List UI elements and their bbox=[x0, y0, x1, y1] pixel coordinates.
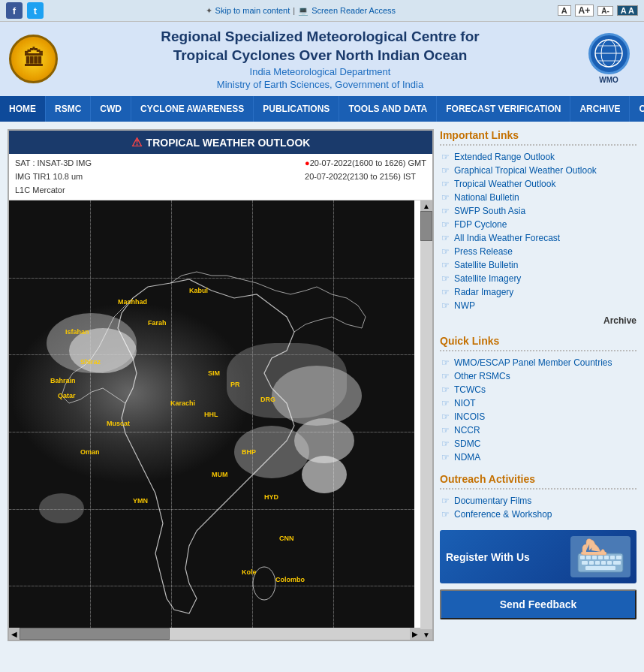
scroll-right-arrow[interactable]: ▶ bbox=[410, 628, 420, 640]
nav-item-publications[interactable]: PUBLICATIONS bbox=[254, 96, 339, 122]
nav-item-climatology[interactable]: CLIMATOLOGY bbox=[630, 96, 644, 122]
link-icon: ☞ bbox=[440, 509, 450, 520]
header-title-area: Regional Specialized Meteorological Cent… bbox=[65, 28, 575, 90]
important-link[interactable]: ☞Satellite Bulletin bbox=[440, 258, 636, 272]
city-label: HYD bbox=[264, 493, 278, 501]
horizontal-scrollbar[interactable]: ◀ ▶ bbox=[9, 628, 420, 640]
nav-item-forecast-verification[interactable]: FORECAST VERIFICATION bbox=[437, 96, 570, 122]
quick-link[interactable]: ☞INCOIS bbox=[440, 410, 636, 423]
font-contrast-button[interactable]: A A bbox=[617, 5, 638, 16]
outreach-link[interactable]: ☞Conference & Workshop bbox=[440, 508, 636, 521]
font-decrease-button[interactable]: A- bbox=[597, 6, 613, 16]
page-title: Regional Specialized Meteorological Cent… bbox=[65, 28, 575, 65]
link-icon: ☞ bbox=[440, 496, 450, 506]
city-label: Shiraz bbox=[80, 358, 101, 366]
quick-link[interactable]: ☞TCWCs bbox=[440, 383, 636, 396]
register-text: Register With Us bbox=[446, 551, 564, 563]
page-header: 🏛 Regional Specialized Meteorological Ce… bbox=[0, 22, 644, 96]
facebook-icon[interactable]: f bbox=[6, 2, 23, 19]
city-label: Colombo bbox=[275, 576, 305, 583]
social-links: f t bbox=[6, 2, 44, 19]
svg-rect-15 bbox=[589, 561, 594, 565]
scroll-thumb-v[interactable] bbox=[420, 211, 432, 241]
satellite-info-bar: SAT : INSAT-3D IMG IMG TIR1 10.8 um L1C … bbox=[9, 154, 432, 200]
nav-item-tools-and-data[interactable]: TOOLS AND DATA bbox=[339, 96, 437, 122]
quick-link[interactable]: ☞SDMC bbox=[440, 437, 636, 451]
quick-link[interactable]: ☞Other RSMCs bbox=[440, 369, 636, 383]
link-icon: ☞ bbox=[440, 219, 450, 230]
satellite-panel: ⚠ TROPICAL WEATHER OUTLOOK SAT : INSAT-3… bbox=[8, 129, 434, 641]
font-normal-button[interactable]: A bbox=[558, 5, 571, 16]
send-feedback-button[interactable]: Send Feedback bbox=[440, 589, 636, 619]
nav-item-archive[interactable]: ARCHIVE bbox=[570, 96, 630, 122]
font-increase-button[interactable]: A+ bbox=[575, 5, 594, 17]
scroll-thumb-h[interactable] bbox=[20, 628, 170, 640]
city-label: Qatar bbox=[58, 392, 76, 399]
important-link[interactable]: ☞FDP Cyclone bbox=[440, 218, 636, 231]
city-label: Bahrain bbox=[50, 377, 76, 384]
important-link[interactable]: ☞Radar Imagery bbox=[440, 285, 636, 299]
city-label: HHL bbox=[204, 411, 218, 418]
register-image bbox=[570, 536, 630, 577]
sat-date1: ●20-07-2022(1600 to 1626) GMT bbox=[305, 157, 426, 170]
satellite-image-container[interactable]: MashhadKabulIsfahanFarahShirazKarachiMus… bbox=[9, 200, 432, 640]
font-size-controls: A A+ A- A A bbox=[558, 5, 638, 17]
important-link[interactable]: ☞Tropical Weather Outlook bbox=[440, 177, 636, 191]
screen-reader-link[interactable]: Screen Reader Access bbox=[311, 6, 396, 15]
svg-rect-10 bbox=[598, 556, 603, 559]
city-label: MUM bbox=[212, 471, 228, 478]
sat-name: SAT : INSAT-3D IMG bbox=[15, 157, 92, 170]
warning-icon: ⚠ bbox=[131, 135, 142, 149]
important-link[interactable]: ☞NWP bbox=[440, 299, 636, 312]
scroll-up-arrow[interactable]: ▲ bbox=[420, 200, 432, 211]
quick-link[interactable]: ☞NIOT bbox=[440, 396, 636, 410]
wmo-logo: WMO bbox=[582, 33, 635, 86]
sat-date2: 20-07-2022(2130 to 2156) IST bbox=[305, 170, 426, 184]
link-icon: ☞ bbox=[440, 233, 450, 243]
nav-item-cwd[interactable]: CWD bbox=[91, 96, 131, 122]
main-nav: HOMERSMCCWDCYCLONE AWARENESSPUBLICATIONS… bbox=[0, 96, 644, 122]
important-link[interactable]: ☞National Bulletin bbox=[440, 191, 636, 204]
img-type: IMG TIR1 10.8 um bbox=[15, 170, 92, 184]
satellite-title: TROPICAL WEATHER OUTLOOK bbox=[146, 137, 311, 149]
important-link[interactable]: ☞Press Release bbox=[440, 245, 636, 258]
scroll-down-arrow[interactable]: ▼ bbox=[420, 629, 432, 640]
main-content: ⚠ TROPICAL WEATHER OUTLOOK SAT : INSAT-3… bbox=[0, 122, 644, 649]
important-link[interactable]: ☞Extended Range Outlook bbox=[440, 150, 636, 164]
nav-item-rsmc[interactable]: RSMC bbox=[46, 96, 91, 122]
important-link[interactable]: ☞Satellite Imagery bbox=[440, 272, 636, 285]
archive-link[interactable]: Archive bbox=[440, 315, 636, 326]
svg-rect-17 bbox=[601, 561, 606, 565]
svg-rect-18 bbox=[607, 561, 612, 565]
quick-link[interactable]: ☞WMO/ESCAP Panel Member Countries bbox=[440, 356, 636, 369]
quick-link[interactable]: ☞NDMA bbox=[440, 451, 636, 464]
important-link[interactable]: ☞Graphical Tropical Weather Outlook bbox=[440, 164, 636, 177]
link-icon: ☞ bbox=[440, 246, 450, 257]
register-box[interactable]: Register With Us bbox=[440, 530, 636, 583]
link-icon: ☞ bbox=[440, 273, 450, 284]
important-link[interactable]: ☞All India Weather Forecast bbox=[440, 231, 636, 245]
quick-link[interactable]: ☞NCCR bbox=[440, 423, 636, 437]
city-label: Isfahan bbox=[65, 328, 89, 336]
svg-rect-12 bbox=[610, 556, 615, 559]
twitter-icon[interactable]: t bbox=[27, 2, 44, 19]
svg-rect-20 bbox=[585, 566, 615, 570]
nav-item-cyclone-awareness[interactable]: CYCLONE AWARENESS bbox=[131, 96, 254, 122]
link-icon: ☞ bbox=[440, 152, 450, 162]
outreach-link[interactable]: ☞Documentary Films bbox=[440, 494, 636, 508]
outreach-title: Outreach Activities bbox=[440, 473, 636, 490]
city-label: CNN bbox=[279, 535, 294, 542]
nav-item-home[interactable]: HOME bbox=[0, 96, 46, 122]
link-icon: ☞ bbox=[440, 206, 450, 216]
sat-info-left: SAT : INSAT-3D IMG IMG TIR1 10.8 um L1C … bbox=[15, 157, 92, 197]
subtitle2: Ministry of Earth Sciences, Government o… bbox=[65, 79, 575, 90]
link-icon: ☞ bbox=[440, 192, 450, 203]
svg-rect-19 bbox=[613, 561, 621, 565]
city-label: Farah bbox=[148, 319, 167, 327]
important-link[interactable]: ☞SWFP South Asia bbox=[440, 204, 636, 218]
skip-content-link[interactable]: Skip to main content bbox=[215, 6, 290, 15]
svg-rect-7 bbox=[580, 556, 585, 559]
scroll-left-arrow[interactable]: ◀ bbox=[9, 628, 20, 640]
vertical-scrollbar[interactable]: ▲ ▼ bbox=[420, 200, 432, 640]
svg-rect-8 bbox=[586, 556, 591, 559]
